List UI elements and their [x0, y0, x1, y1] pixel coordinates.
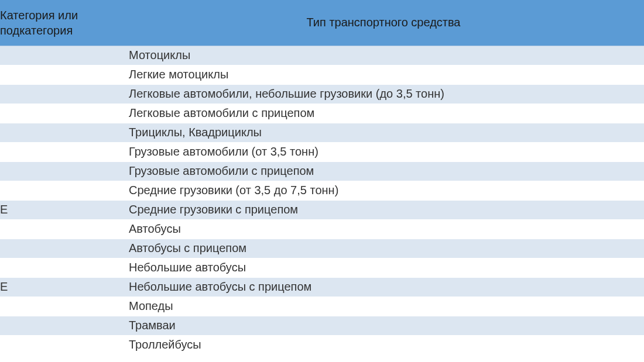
cell-type: Грузовые автомобили с прицепом: [123, 161, 644, 181]
table-header-row: Категория или подкатегория Тип транспорт…: [0, 0, 644, 46]
cell-category: [0, 297, 123, 316]
cell-category: [0, 142, 123, 161]
table-row: Легкие мотоциклы: [0, 65, 644, 84]
cell-type: Средние грузовики (от 3,5 до 7,5 тонн): [123, 181, 644, 200]
table-row: Легковые автомобили, небольшие грузовики…: [0, 84, 644, 104]
table-row: E Небольшие автобусы с прицепом: [0, 277, 644, 297]
table-row: Троллейбусы: [0, 335, 644, 354]
cell-type: Грузовые автомобили (от 3,5 тонн): [123, 142, 644, 161]
cell-type: Небольшие автобусы с прицепом: [123, 277, 644, 297]
cell-type: Легковые автомобили с прицепом: [123, 104, 644, 123]
cell-type: Трициклы, Квадрициклы: [123, 123, 644, 142]
header-category: Категория или подкатегория: [0, 0, 123, 46]
cell-category: [0, 335, 123, 354]
header-category-line1: Категория или: [0, 9, 78, 22]
cell-type: Мопеды: [123, 297, 644, 316]
cell-type: Автобусы с прицепом: [123, 239, 644, 258]
cell-category: E: [0, 200, 123, 219]
table-row: Легковые автомобили с прицепом: [0, 104, 644, 123]
table-row: Небольшие автобусы: [0, 258, 644, 277]
cell-type: Средние грузовики с прицепом: [123, 200, 644, 219]
vehicle-category-table: Категория или подкатегория Тип транспорт…: [0, 0, 644, 355]
table-row: Грузовые автомобили с прицепом: [0, 161, 644, 181]
cell-type: Небольшие автобусы: [123, 258, 644, 277]
header-category-line2: подкатегория: [0, 24, 73, 37]
cell-category: [0, 181, 123, 200]
cell-category: [0, 239, 123, 258]
table-row: Мопеды: [0, 297, 644, 316]
cell-category: [0, 316, 123, 335]
cell-type: Трамваи: [123, 316, 644, 335]
cell-category: E: [0, 277, 123, 297]
cell-category: [0, 258, 123, 277]
cell-category: [0, 219, 123, 239]
table-row: Трамваи: [0, 316, 644, 335]
table-row: E Средние грузовики с прицепом: [0, 200, 644, 219]
table-row: Средние грузовики (от 3,5 до 7,5 тонн): [0, 181, 644, 200]
table-row: Грузовые автомобили (от 3,5 тонн): [0, 142, 644, 161]
cell-category: [0, 46, 123, 65]
cell-category: [0, 84, 123, 104]
cell-type: Троллейбусы: [123, 335, 644, 354]
cell-category: [0, 123, 123, 142]
cell-category: [0, 161, 123, 181]
cell-category: [0, 65, 123, 84]
table-body: Мотоциклы Легкие мотоциклы Легковые авто…: [0, 46, 644, 354]
header-type: Тип транспортного средства: [123, 0, 644, 46]
cell-category: [0, 104, 123, 123]
table-row: Автобусы: [0, 219, 644, 239]
table-row: Автобусы с прицепом: [0, 239, 644, 258]
table-row: Мотоциклы: [0, 46, 644, 65]
cell-type: Автобусы: [123, 219, 644, 239]
cell-type: Легковые автомобили, небольшие грузовики…: [123, 84, 644, 104]
table-row: Трициклы, Квадрициклы: [0, 123, 644, 142]
cell-type: Мотоциклы: [123, 46, 644, 65]
cell-type: Легкие мотоциклы: [123, 65, 644, 84]
